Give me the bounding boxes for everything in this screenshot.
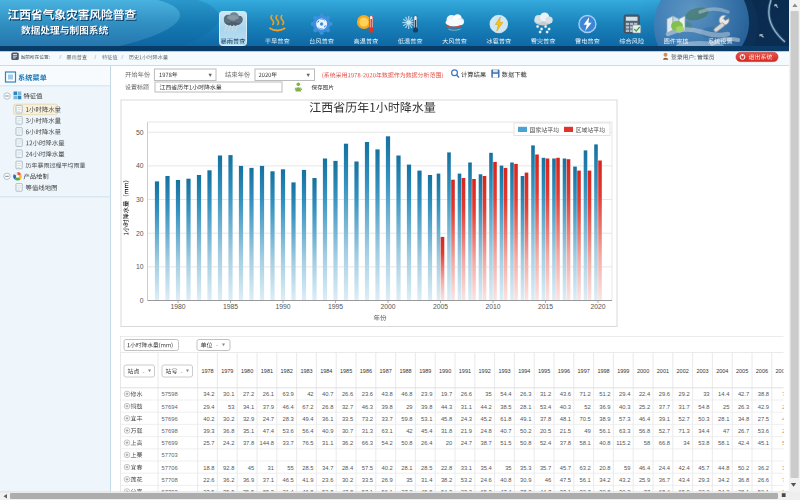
svg-text:35: 35 — [505, 465, 511, 471]
svg-text:26.8: 26.8 — [322, 404, 333, 410]
svg-text:1990: 1990 — [439, 368, 451, 374]
svg-text:2004: 2004 — [716, 368, 728, 374]
svg-text:1985: 1985 — [223, 303, 238, 310]
svg-text:23.9: 23.9 — [421, 391, 432, 397]
svg-text:26.6: 26.6 — [758, 477, 769, 483]
svg-text:31.7: 31.7 — [679, 404, 690, 410]
svg-text:1998: 1998 — [597, 368, 609, 374]
svg-text:50.8: 50.8 — [401, 440, 412, 446]
svg-text:66.3: 66.3 — [362, 440, 373, 446]
svg-text:53.2: 53.2 — [461, 477, 472, 483]
svg-text:36.8: 36.8 — [738, 477, 749, 483]
svg-text:47.5: 47.5 — [560, 477, 571, 483]
svg-text:57694: 57694 — [162, 404, 179, 410]
svg-text:34.2: 34.2 — [718, 477, 729, 483]
svg-text:46.5: 46.5 — [283, 477, 294, 483]
svg-text:37.9: 37.9 — [263, 404, 274, 410]
svg-text:50.2: 50.2 — [520, 428, 531, 434]
svg-text:46.4: 46.4 — [639, 416, 651, 422]
svg-text:28.3: 28.3 — [283, 416, 294, 422]
svg-text:92.8: 92.8 — [223, 465, 234, 471]
svg-text:2015: 2015 — [538, 303, 553, 310]
svg-text:47: 47 — [723, 428, 729, 434]
svg-text:47.4: 47.4 — [263, 428, 275, 434]
svg-text:31: 31 — [268, 465, 274, 471]
svg-text:1999: 1999 — [617, 368, 629, 374]
svg-text:36.7: 36.7 — [659, 477, 670, 483]
svg-text:1997: 1997 — [578, 368, 590, 374]
svg-text:1985: 1985 — [340, 368, 352, 374]
svg-text:21.9: 21.9 — [461, 428, 472, 434]
svg-text:1986: 1986 — [360, 368, 372, 374]
svg-text:50: 50 — [136, 129, 144, 136]
svg-text:37.7: 37.7 — [659, 404, 670, 410]
svg-text:34.7: 34.7 — [322, 465, 333, 471]
svg-text:53.4: 53.4 — [540, 404, 552, 410]
svg-text:21.5: 21.5 — [560, 428, 571, 434]
svg-text:24.2: 24.2 — [223, 440, 234, 446]
svg-text:22.8: 22.8 — [441, 465, 452, 471]
svg-text:45.8: 45.8 — [441, 416, 452, 422]
svg-text:45.2: 45.2 — [481, 416, 492, 422]
svg-text:46.8: 46.8 — [401, 391, 412, 397]
svg-text:53: 53 — [228, 404, 234, 410]
svg-text:35.4: 35.4 — [481, 465, 493, 471]
svg-text:50.8: 50.8 — [520, 440, 531, 446]
svg-text:34.4: 34.4 — [698, 428, 710, 434]
svg-text:43.2: 43.2 — [619, 477, 630, 483]
svg-text:54.2: 54.2 — [382, 440, 393, 446]
svg-text:1991: 1991 — [459, 368, 471, 374]
svg-text:34.8: 34.8 — [738, 416, 749, 422]
svg-text:56.1: 56.1 — [580, 477, 591, 483]
svg-text:35: 35 — [485, 391, 491, 397]
svg-text:31.1: 31.1 — [322, 440, 333, 446]
svg-text:1995: 1995 — [538, 368, 550, 374]
svg-text:39.8: 39.8 — [421, 404, 432, 410]
svg-text:63.9: 63.9 — [283, 391, 294, 397]
svg-text:51.2: 51.2 — [599, 391, 610, 397]
svg-text:53.1: 53.1 — [421, 416, 432, 422]
svg-text:66.8: 66.8 — [659, 440, 670, 446]
svg-text:20.8: 20.8 — [599, 465, 610, 471]
svg-text:34.1: 34.1 — [243, 404, 254, 410]
svg-text:33.5: 33.5 — [362, 477, 373, 483]
svg-text:40.3: 40.3 — [560, 404, 571, 410]
svg-text:31.2: 31.2 — [540, 391, 551, 397]
svg-text:1980: 1980 — [170, 303, 185, 310]
svg-text:28.5: 28.5 — [302, 465, 313, 471]
svg-text:42.4: 42.4 — [738, 440, 750, 446]
svg-text:67.2: 67.2 — [302, 404, 313, 410]
svg-text:40.7: 40.7 — [500, 428, 511, 434]
svg-text:61.8: 61.8 — [500, 416, 511, 422]
svg-text:24.7: 24.7 — [263, 416, 274, 422]
svg-text:40.7: 40.7 — [322, 391, 333, 397]
svg-text:28.1: 28.1 — [401, 465, 412, 471]
svg-text:55: 55 — [287, 465, 293, 471]
svg-text:70.5: 70.5 — [580, 416, 591, 422]
svg-text:2006: 2006 — [756, 368, 768, 374]
svg-text:26.1: 26.1 — [263, 391, 274, 397]
svg-text:46: 46 — [545, 477, 551, 483]
svg-text:36.9: 36.9 — [243, 477, 254, 483]
svg-text:31.1: 31.1 — [461, 404, 472, 410]
svg-text:32.7: 32.7 — [342, 404, 353, 410]
svg-text:57598: 57598 — [162, 391, 178, 397]
svg-text:1994: 1994 — [518, 368, 530, 374]
svg-text:23.6: 23.6 — [322, 477, 333, 483]
svg-text:43.4: 43.4 — [679, 477, 691, 483]
svg-text:28.1: 28.1 — [718, 416, 729, 422]
svg-text:23.6: 23.6 — [362, 391, 373, 397]
svg-text:52.7: 52.7 — [659, 428, 670, 434]
svg-text:42.7: 42.7 — [738, 391, 749, 397]
svg-text:24.7: 24.7 — [461, 440, 472, 446]
svg-text:35.7: 35.7 — [540, 465, 551, 471]
svg-text:36.1: 36.1 — [322, 416, 333, 422]
svg-text:31.8: 31.8 — [441, 428, 452, 434]
svg-text:46.3: 46.3 — [362, 404, 373, 410]
svg-text:41.9: 41.9 — [302, 477, 313, 483]
svg-text:19.7: 19.7 — [441, 391, 452, 397]
svg-text:26.6: 26.6 — [342, 391, 353, 397]
svg-text:30.2: 30.2 — [342, 477, 353, 483]
svg-text:39.1: 39.1 — [659, 416, 670, 422]
svg-text:27.5: 27.5 — [758, 416, 769, 422]
